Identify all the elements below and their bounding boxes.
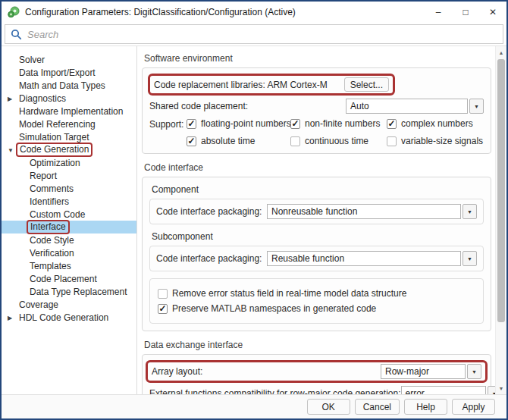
sidebar-item-custom-code[interactable]: Custom Code xyxy=(2,208,136,221)
sidebar-item-label: Optimization xyxy=(30,158,80,168)
subcomponent-label: Subcomponent xyxy=(152,231,484,242)
app-gear-icon xyxy=(8,6,20,18)
checkbox-unchecked[interactable] xyxy=(290,136,300,146)
component-packaging-value[interactable]: Nonreusable function xyxy=(267,204,461,219)
array-layout-value[interactable]: Row-major xyxy=(381,364,466,379)
subcomponent-packaging-value[interactable]: Reusable function xyxy=(267,251,461,266)
scroll-up-icon[interactable]: ▲ xyxy=(496,47,506,58)
external-functions-dropdown[interactable]: error ▼ xyxy=(401,386,496,394)
search-input[interactable]: Search xyxy=(5,24,503,44)
sidebar-item-label: Solver xyxy=(19,55,45,65)
sidebar-item-comments[interactable]: Comments xyxy=(2,182,136,195)
component-box: Code interface packaging: Nonreusable fu… xyxy=(149,199,484,224)
subcomponent-packaging-dropdown[interactable]: Reusable function ▼ xyxy=(267,251,477,266)
scrollbar-thumb[interactable] xyxy=(497,59,505,322)
maximize-button[interactable]: □ xyxy=(452,2,479,23)
sidebar-item-coverage[interactable]: Coverage xyxy=(2,298,136,311)
scroll-down-icon[interactable]: ▼ xyxy=(496,383,506,393)
sidebar-item-label: Data Import/Export xyxy=(19,67,96,78)
checkbox-unchecked[interactable] xyxy=(387,136,397,146)
sidebar-item-interface[interactable]: Interface xyxy=(2,221,136,234)
chevron-down-icon[interactable]: ▼ xyxy=(488,386,496,394)
checkbox-label: non-finite numbers xyxy=(305,118,380,129)
checkbox-item-floating-point-numbers[interactable]: ✓floating-point numbers xyxy=(187,118,290,129)
sidebar-item-model-referencing[interactable]: Model Referencing xyxy=(2,118,136,130)
help-button[interactable]: Help xyxy=(404,399,447,415)
sidebar-item-data-import-export[interactable]: Data Import/Export xyxy=(2,66,136,79)
subcomponent-packaging-label: Code interface packaging: xyxy=(156,253,267,264)
sidebar-item-identifiers[interactable]: Identifiers xyxy=(2,195,136,208)
sidebar-item-code-style[interactable]: Code Style xyxy=(2,234,136,246)
checkbox-label: complex numbers xyxy=(401,118,473,129)
checkbox-item-remove-error-status-field-in-real-time-model-data-structure[interactable]: Remove error status field in real-time m… xyxy=(158,288,475,299)
tree-expand-icon[interactable]: ▶ xyxy=(8,314,17,321)
section-heading-software-environment: Software environment xyxy=(144,53,491,64)
array-layout-dropdown[interactable]: Row-major ▼ xyxy=(381,364,481,379)
sidebar-item-data-type-replacement[interactable]: Data Type Replacement xyxy=(2,285,136,298)
checkbox-checked[interactable]: ✓ xyxy=(187,136,196,146)
checkbox-item-non-finite-numbers[interactable]: ✓non-finite numbers xyxy=(290,118,387,129)
checkbox-item-preserve-matlab-namespaces-in-generated-code[interactable]: ✓Preserve MATLAB namespaces in generated… xyxy=(158,303,475,314)
checkbox-checked[interactable]: ✓ xyxy=(187,119,196,129)
minimize-button[interactable]: – xyxy=(425,2,452,23)
ok-button[interactable]: OK xyxy=(307,399,350,415)
chevron-down-icon[interactable]: ▼ xyxy=(463,251,477,266)
shared-code-placement-row: Shared code placement: Auto ▼ xyxy=(149,98,484,114)
sidebar-item-label: Comments xyxy=(30,183,74,194)
chevron-down-icon[interactable]: ▼ xyxy=(467,364,481,379)
apply-button[interactable]: Apply xyxy=(452,399,495,415)
search-placeholder: Search xyxy=(27,29,58,40)
support-checkbox-grid: ✓floating-point numbers✓non-finite numbe… xyxy=(187,118,495,146)
sidebar-tree: SolverData Import/ExportMath and Data Ty… xyxy=(2,46,137,394)
component-packaging-dropdown[interactable]: Nonreusable function ▼ xyxy=(267,204,477,219)
checkbox-label: floating-point numbers xyxy=(201,118,291,129)
sidebar-item-verification[interactable]: Verification xyxy=(2,246,136,259)
sidebar-item-templates[interactable]: Templates xyxy=(2,259,136,272)
checkbox-checked[interactable]: ✓ xyxy=(387,119,397,129)
shared-code-placement-value[interactable]: Auto xyxy=(346,99,468,114)
sidebar-item-hdl-code-generation[interactable]: ▶HDL Code Generation xyxy=(2,311,136,324)
sidebar-item-math-and-data-types[interactable]: Math and Data Types xyxy=(2,79,136,92)
section-heading-code-interface: Code interface xyxy=(144,162,491,173)
sidebar-item-optimization[interactable]: Optimization xyxy=(2,156,136,169)
external-functions-value[interactable]: error xyxy=(401,386,486,394)
component-label: Component xyxy=(152,184,484,195)
sidebar-item-diagnostics[interactable]: ▶Diagnostics xyxy=(2,92,136,105)
checkbox-item-absolute-time[interactable]: ✓absolute time xyxy=(187,136,290,146)
checkbox-item-variable-size-signals[interactable]: variable-size signals xyxy=(387,136,495,146)
configuration-parameters-dialog: Configuration Parameters: DigitClassific… xyxy=(0,0,508,420)
sidebar-item-label: Diagnostics xyxy=(19,93,66,104)
checkbox-item-continuous-time[interactable]: continuous time xyxy=(290,136,387,146)
close-button[interactable]: ✕ xyxy=(479,2,506,23)
cancel-button[interactable]: Cancel xyxy=(355,399,400,415)
sidebar-item-label: Code Placement xyxy=(30,274,97,284)
tree-expand-icon[interactable]: ▶ xyxy=(8,95,17,102)
sidebar-item-report[interactable]: Report xyxy=(2,169,136,182)
sidebar-item-label: Model Referencing xyxy=(19,119,96,130)
sidebar-item-label: Templates xyxy=(30,261,71,271)
sidebar-item-label: Code Style xyxy=(30,235,74,246)
sidebar-item-label: Code Generation xyxy=(16,143,93,157)
tree-collapse-icon[interactable]: ▼ xyxy=(8,146,17,153)
select-button[interactable]: Select... xyxy=(344,77,389,92)
shared-code-placement-dropdown[interactable]: Auto ▼ xyxy=(346,99,484,114)
checkbox-checked[interactable]: ✓ xyxy=(158,304,168,314)
vertical-scrollbar[interactable]: ▲ ▼ xyxy=(495,46,506,394)
sidebar-item-simulation-target[interactable]: Simulation Target xyxy=(2,130,136,143)
checkbox-label: absolute time xyxy=(201,136,255,146)
sidebar-item-label: Data Type Replacement xyxy=(30,287,127,297)
sidebar-item-code-placement[interactable]: Code Placement xyxy=(2,272,136,285)
checkbox-checked[interactable]: ✓ xyxy=(290,119,300,129)
support-options: Support: ✓floating-point numbers✓non-fin… xyxy=(149,118,484,146)
chevron-down-icon[interactable]: ▼ xyxy=(463,204,477,219)
checkbox-label: Remove error status field in real-time m… xyxy=(172,288,406,299)
sidebar-item-code-generation[interactable]: ▼Code Generation xyxy=(2,143,136,156)
chevron-down-icon[interactable]: ▼ xyxy=(469,99,484,114)
checkbox-unchecked[interactable] xyxy=(158,289,168,299)
checkbox-label: Preserve MATLAB namespaces in generated … xyxy=(172,303,376,314)
sidebar-item-solver[interactable]: Solver xyxy=(2,53,136,66)
sidebar-item-hardware-implementation[interactable]: Hardware Implementation xyxy=(2,105,136,118)
array-layout-label: Array layout: xyxy=(152,366,202,377)
checkbox-item-complex-numbers[interactable]: ✓complex numbers xyxy=(387,118,495,129)
sidebar-item-label: Coverage xyxy=(19,299,58,310)
